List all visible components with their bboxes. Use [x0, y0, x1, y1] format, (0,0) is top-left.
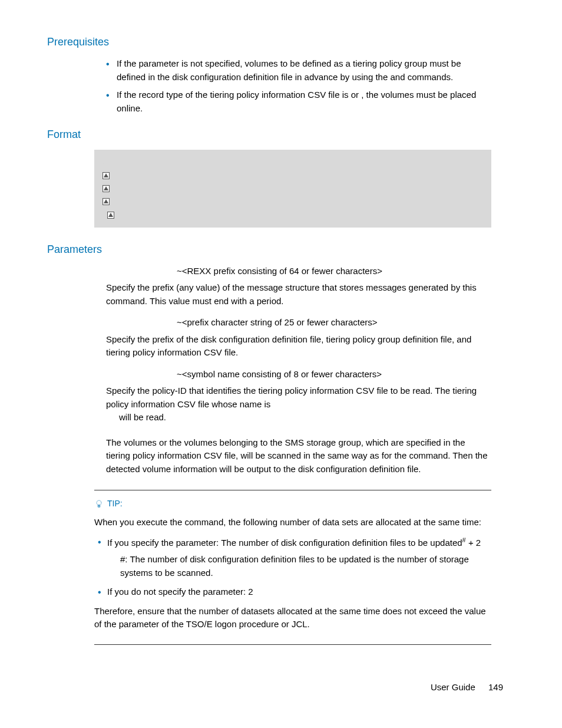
param-format: ~<REXX prefix consisting of 64 or fewer …	[177, 265, 491, 278]
triangle-icon	[103, 185, 110, 192]
param-format: ~<symbol name consisting of 8 or fewer c…	[177, 368, 491, 381]
lightbulb-icon	[94, 499, 104, 509]
text: + 2	[466, 538, 481, 548]
code-line: .	[101, 156, 484, 169]
code-line	[101, 209, 484, 222]
text: and	[390, 72, 407, 82]
tip-label: TIP:	[107, 498, 123, 510]
text: If the record type of the tiering policy…	[117, 90, 351, 100]
text: parameter: 2	[203, 587, 253, 597]
text: Specify the policy-ID that identifies th…	[106, 386, 477, 409]
tip-outro: Therefore, ensure that the number of dat…	[94, 605, 491, 631]
parameters-content: ~<REXX prefix consisting of 64 or fewer …	[106, 265, 491, 476]
prerequisites-content: If the parameter is not specified, volum…	[106, 57, 491, 115]
code-line	[101, 182, 484, 195]
triangle-icon	[103, 172, 110, 179]
text: When you execute the	[94, 517, 184, 527]
list-item: If you specify the parameter: The number…	[94, 535, 491, 580]
format-code-block: .	[94, 150, 491, 228]
param-desc: Specify the prefix (any value) of the me…	[106, 281, 491, 308]
tip-header: TIP:	[94, 498, 491, 510]
param-desc: Specify the prefix of the disk configura…	[106, 333, 491, 360]
code-line	[101, 169, 484, 182]
svg-rect-1	[98, 505, 100, 507]
footer-page-number: 149	[488, 682, 503, 692]
hash-note: #: The number of disk configuration defi…	[120, 553, 491, 579]
tip-box: TIP: When you execute the command, the f…	[94, 490, 491, 645]
param-desc: The volumes or the volumes belonging to …	[106, 436, 491, 476]
param-format: ~<prefix character string of 25 or fewer…	[177, 316, 491, 330]
triangle-icon	[103, 198, 110, 205]
format-heading: Format	[47, 127, 515, 143]
prerequisites-heading: Prerequisites	[47, 34, 515, 50]
list-item: If the parameter is not specified, volum…	[106, 57, 491, 84]
text: parameter: The number of disk configurat…	[176, 538, 462, 548]
footer-label: User Guide	[431, 682, 475, 692]
text: or	[351, 90, 362, 100]
text: If you do not specify the	[107, 587, 203, 597]
text: parameter of the TSO/E logon procedure o…	[119, 619, 310, 629]
tip-intro: When you execute the command, the follow…	[94, 516, 491, 529]
code-line	[101, 195, 484, 208]
text: command, the following number of data se…	[184, 517, 481, 527]
list-item: If the record type of the tiering policy…	[106, 88, 491, 115]
list-item: If you do not specify the parameter: 2	[94, 585, 491, 599]
text: commands.	[408, 72, 454, 82]
triangle-icon	[107, 212, 114, 219]
text: will be read.	[119, 411, 491, 424]
parameters-heading: Parameters	[47, 242, 515, 258]
param-desc: Specify the policy-ID that identifies th…	[106, 384, 491, 424]
text: If you specify the	[107, 538, 176, 548]
text: If the	[117, 58, 139, 68]
page-footer: User Guide 149	[431, 681, 503, 694]
svg-point-0	[97, 500, 101, 505]
